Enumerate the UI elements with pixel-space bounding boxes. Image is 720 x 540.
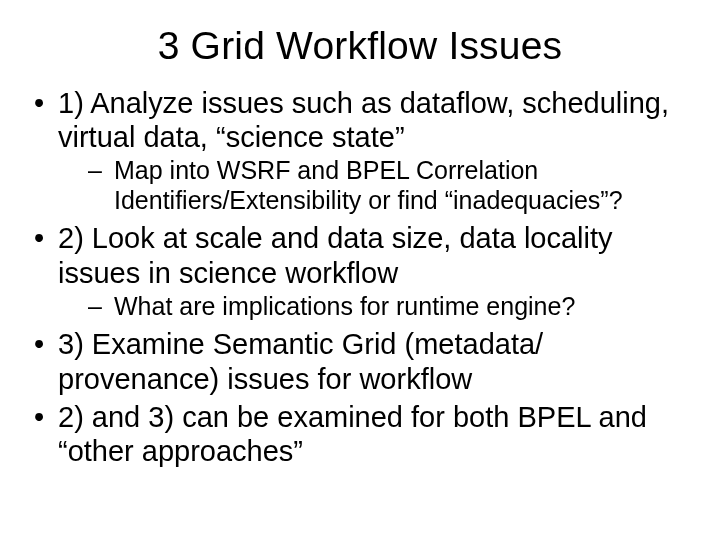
bullet-list: 1) Analyze issues such as dataflow, sche…: [28, 86, 692, 468]
bullet-4: 2) and 3) can be examined for both BPEL …: [28, 400, 692, 468]
bullet-1-sublist: Map into WSRF and BPEL Correlation Ident…: [58, 156, 692, 215]
slide: 3 Grid Workflow Issues 1) Analyze issues…: [0, 0, 720, 540]
bullet-2-text: 2) Look at scale and data size, data loc…: [58, 222, 613, 288]
bullet-2-sublist: What are implications for runtime engine…: [58, 292, 692, 322]
bullet-1-text: 1) Analyze issues such as dataflow, sche…: [58, 87, 669, 153]
bullet-2a: What are implications for runtime engine…: [58, 292, 692, 322]
bullet-3: 3) Examine Semantic Grid (metadata/ prov…: [28, 327, 692, 395]
bullet-3-text: 3) Examine Semantic Grid (metadata/ prov…: [58, 328, 543, 394]
bullet-4-text: 2) and 3) can be examined for both BPEL …: [58, 401, 647, 467]
slide-title: 3 Grid Workflow Issues: [28, 24, 692, 68]
bullet-1: 1) Analyze issues such as dataflow, sche…: [28, 86, 692, 215]
bullet-1a-text: Map into WSRF and BPEL Correlation Ident…: [114, 156, 623, 214]
bullet-1a: Map into WSRF and BPEL Correlation Ident…: [58, 156, 692, 215]
bullet-2: 2) Look at scale and data size, data loc…: [28, 221, 692, 321]
bullet-2a-text: What are implications for runtime engine…: [114, 292, 575, 320]
